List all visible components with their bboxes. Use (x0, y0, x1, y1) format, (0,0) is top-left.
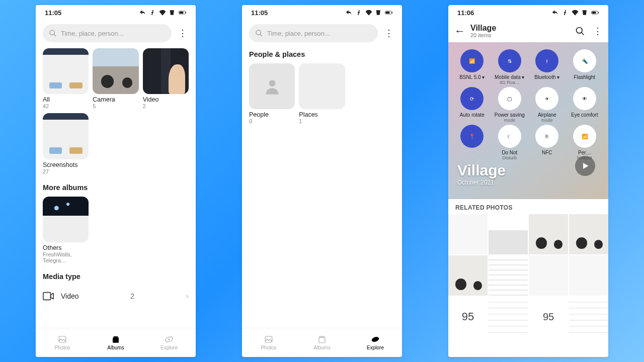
screen-albums: 11:05 Time, place, person... ⋮ All 42 Ca… (36, 5, 196, 357)
status-bar: 11:06 (448, 5, 608, 20)
back-button[interactable]: ← (454, 25, 465, 38)
status-icons (138, 9, 187, 16)
album-video[interactable]: Video 2 (143, 48, 189, 109)
qs-toggle-icon: 📍 (460, 125, 484, 148)
album-camera[interactable]: Camera 5 (93, 48, 138, 109)
qs-toggle-icon: ▢ (498, 87, 521, 110)
qs-toggle-icon: ⟳ (460, 87, 484, 110)
search-input[interactable]: Time, place, person... (249, 24, 378, 42)
page-subtitle: 20 items (470, 32, 496, 38)
people-places-header: People & places (249, 50, 395, 58)
photo-thumb[interactable] (529, 214, 568, 254)
bottom-nav: Photos Albums Explore (36, 328, 196, 357)
svg-rect-13 (392, 12, 392, 14)
more-albums-header: More albums (43, 184, 189, 192)
status-icons (345, 9, 393, 16)
clock: 11:06 (457, 9, 474, 17)
quick-setting-bsnl-5.0[interactable]: 📶 BSNL 5.0 ▾ (453, 49, 491, 85)
search-input[interactable]: Time, place, person... (43, 24, 172, 42)
battery-icon (179, 9, 187, 16)
related-photos-header: RELATED PHOTOS (448, 199, 608, 214)
qs-toggle-icon: ⎘ (535, 125, 558, 148)
photo-thumb[interactable] (448, 255, 488, 296)
quick-setting-eye-comfort[interactable]: 👁 Eye comfort (566, 87, 604, 123)
qs-toggle-icon: 📶 (460, 49, 484, 72)
explore-people[interactable]: People 0 (249, 63, 295, 124)
quick-setting-item[interactable]: 📍 (453, 125, 491, 160)
more-menu-button[interactable]: ⋮ (177, 28, 189, 39)
chevron-right-icon: › (186, 292, 189, 301)
quick-setting-airplane[interactable]: ✈ Airplane mode (528, 87, 566, 123)
photo-thumb[interactable] (569, 255, 608, 296)
search-icon (49, 29, 57, 37)
hero-quick-settings: 📶 BSNL 5.0 ▾ ⇅ Mobile data ▾ 4G Roa…ᚼ Bl… (448, 42, 608, 199)
nav-albums[interactable]: Albums (295, 328, 349, 357)
search-icon[interactable] (575, 26, 585, 36)
photo-thumb[interactable] (569, 297, 608, 337)
bottom-nav: Photos Albums Explore (242, 328, 402, 357)
svg-point-14 (256, 30, 261, 35)
quick-setting-mobile-data[interactable]: ⇅ Mobile data ▾ 4G Roa… (491, 49, 529, 85)
photo-thumb[interactable] (489, 255, 528, 296)
album-all[interactable]: All 42 (43, 48, 89, 109)
album-others[interactable]: Others FreshWalls, Telegra… (43, 197, 89, 263)
svg-point-16 (269, 80, 275, 86)
quick-setting-power-saving[interactable]: ▢ Power saving mode (491, 87, 529, 123)
search-placeholder: Time, place, person... (61, 30, 124, 37)
photo-thumb[interactable] (529, 255, 568, 296)
photo-thumb[interactable] (448, 214, 488, 254)
photo-thumb[interactable] (569, 214, 608, 254)
qs-toggle-icon: ✈ (535, 87, 558, 110)
more-menu-button[interactable]: ⋮ (383, 28, 395, 39)
qs-toggle-icon: ᚼ (535, 49, 558, 72)
svg-rect-8 (114, 336, 118, 337)
clock: 11:05 (45, 9, 61, 17)
svg-rect-17 (265, 336, 272, 342)
qs-toggle-icon: 👁 (573, 87, 596, 110)
quick-setting-auto-rotate[interactable]: ⟳ Auto rotate (453, 87, 491, 123)
media-type-header: Media type (43, 273, 189, 281)
status-icons (551, 9, 599, 16)
nav-explore[interactable]: Explore (142, 328, 196, 357)
qs-toggle-icon: 📶 (573, 125, 596, 148)
screen-explore: 11:05 Time, place, person... ⋮ People & … (242, 5, 402, 357)
photo-thumb[interactable]: 95 (529, 297, 568, 337)
status-bar: 11:05 (242, 5, 402, 20)
svg-point-24 (577, 28, 583, 34)
page-title: Village (470, 24, 496, 32)
svg-point-3 (50, 30, 54, 35)
nav-albums[interactable]: Albums (89, 328, 142, 357)
svg-rect-12 (386, 12, 390, 14)
nav-photos[interactable]: Photos (242, 328, 295, 357)
more-menu-button[interactable]: ⋮ (593, 26, 602, 37)
nav-explore[interactable]: Explore (349, 328, 402, 357)
quick-setting-bluetooth[interactable]: ᚼ Bluetooth ▾ (528, 49, 566, 85)
video-icon (43, 292, 54, 301)
svg-rect-7 (113, 337, 119, 343)
play-button[interactable] (575, 156, 595, 176)
qs-toggle-icon: ☾ (498, 125, 521, 148)
svg-line-15 (260, 34, 262, 36)
qs-toggle-icon: 🔦 (573, 49, 596, 72)
quick-setting-per…[interactable]: 📶 Per… hotspot (566, 125, 604, 160)
album-screenshots[interactable]: Screenshots 27 (43, 113, 89, 174)
clock: 11:05 (251, 9, 268, 17)
quick-setting-nfc[interactable]: ⎘ NFC (528, 125, 566, 160)
svg-rect-22 (592, 12, 596, 14)
svg-line-25 (582, 33, 584, 35)
person-icon (263, 77, 282, 96)
play-icon (581, 162, 589, 170)
related-photos-grid: 95 95 (448, 214, 608, 337)
quick-setting-do-not[interactable]: ☾ Do Not Disturb (491, 125, 529, 160)
hero-title: Village (457, 162, 506, 179)
search-icon (255, 29, 263, 37)
quick-setting-flashlight[interactable]: 🔦 Flashlight (566, 49, 604, 85)
photo-thumb[interactable] (489, 297, 528, 337)
svg-point-10 (169, 339, 170, 340)
photo-thumb[interactable]: 95 (448, 297, 488, 337)
nav-photos[interactable]: Photos (36, 328, 89, 357)
svg-rect-23 (598, 12, 599, 14)
explore-places[interactable]: Places 1 (299, 63, 345, 124)
photo-thumb[interactable] (489, 214, 528, 254)
media-type-video[interactable]: Video 2 › (43, 286, 189, 307)
